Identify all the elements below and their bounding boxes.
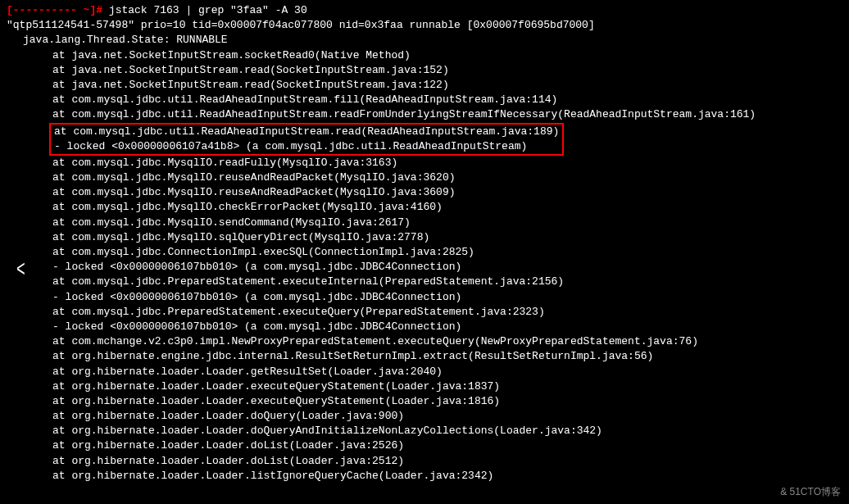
stack-line: at org.hibernate.loader.Loader.doQueryAn… [7, 424, 842, 438]
stack-line: at org.hibernate.loader.Loader.doList(Lo… [7, 454, 842, 469]
stack-line: at org.hibernate.loader.Loader.listIgnor… [7, 469, 842, 484]
stack-line: at org.hibernate.loader.Loader.executeQu… [7, 379, 842, 394]
stack-line: - locked <0x00000006107bb010> (a com.mys… [7, 290, 842, 305]
stack-post: at com.mysql.jdbc.MysqlIO.readFully(Mysq… [7, 156, 842, 484]
stack-line: at com.mysql.jdbc.MysqlIO.reuseAndReadPa… [7, 185, 842, 200]
prompt-host: [---------- ~]# [7, 4, 102, 16]
stack-pre: at java.net.SocketInputStream.socketRead… [7, 48, 842, 123]
prompt-command: jstack 7163 | grep "3faa" -A 30 [109, 4, 307, 16]
stack-line: at com.mysql.jdbc.MysqlIO.readFully(Mysq… [7, 156, 842, 170]
stack-line: at org.hibernate.loader.Loader.executeQu… [7, 394, 842, 409]
stack-line: at com.mysql.jdbc.ConnectionImpl.execSQL… [7, 245, 842, 260]
stack-line: - locked <0x00000006107bb010> (a com.mys… [7, 320, 842, 334]
stack-line: at org.hibernate.engine.jdbc.internal.Re… [7, 349, 842, 364]
stack-line: at com.mysql.jdbc.util.ReadAheadInputStr… [7, 107, 842, 122]
stack-line: at com.mysql.jdbc.MysqlIO.sendCommand(My… [7, 216, 842, 230]
watermark: & 51CTO博客 [780, 485, 841, 499]
stack-line-highlighted: - locked <0x00000006107a41b8> (a com.mys… [54, 139, 559, 154]
stack-line: at java.net.SocketInputStream.socketRead… [7, 48, 842, 63]
stack-line: at org.hibernate.loader.Loader.getResult… [7, 365, 842, 379]
stack-line: - locked <0x00000006107bb010> (a com.mys… [7, 260, 842, 275]
stack-line: at com.mysql.jdbc.MysqlIO.reuseAndReadPa… [7, 170, 842, 185]
thread-header: "qtp511124541-57498" prio=10 tid=0x00007… [7, 18, 842, 33]
stack-line-highlighted: at com.mysql.jdbc.util.ReadAheadInputStr… [54, 125, 559, 139]
stack-line: at com.mysql.jdbc.PreparedStatement.exec… [7, 275, 842, 289]
stack-line: at java.net.SocketInputStream.read(Socke… [7, 63, 842, 78]
stack-line: at com.mysql.jdbc.PreparedStatement.exec… [7, 305, 842, 320]
scroll-caret-icon[interactable]: < [16, 256, 25, 287]
stack-line: at com.mysql.jdbc.util.ReadAheadInputStr… [7, 93, 842, 107]
stack-line: at java.net.SocketInputStream.read(Socke… [7, 78, 842, 93]
stack-line: at com.mchange.v2.c3p0.impl.NewProxyPrep… [7, 334, 842, 349]
stack-line: at com.mysql.jdbc.MysqlIO.checkErrorPack… [7, 200, 842, 215]
thread-state: java.lang.Thread.State: RUNNABLE [7, 33, 842, 48]
shell-prompt-line[interactable]: [---------- ~]# jstack 7163 | grep "3faa… [7, 3, 842, 18]
stack-line: at org.hibernate.loader.Loader.doList(Lo… [7, 438, 842, 453]
stack-line: at com.mysql.jdbc.MysqlIO.sqlQueryDirect… [7, 230, 842, 245]
stack-line: at org.hibernate.loader.Loader.doQuery(L… [7, 409, 842, 424]
highlighted-stack-box: at com.mysql.jdbc.util.ReadAheadInputStr… [49, 123, 564, 156]
